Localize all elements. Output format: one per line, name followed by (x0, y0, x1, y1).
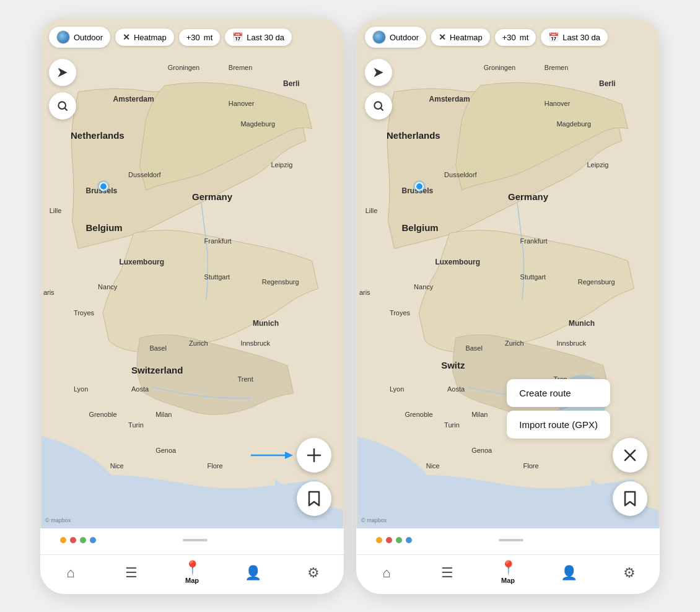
search-button-left[interactable] (49, 92, 76, 120)
svg-marker-1 (58, 68, 68, 77)
svg-marker-5 (285, 452, 293, 459)
nav-map-right[interactable]: 📍 Map (492, 561, 523, 584)
mapbox-attribution-right: © mapbox (361, 517, 387, 523)
dot-green-right (396, 537, 402, 543)
map-chips-right: Outdoor ✕ Heatmap +30 mt 📅 Last 30 da (365, 27, 651, 48)
nav-list-right[interactable]: ☰ (432, 566, 463, 580)
dot-orange-right (376, 537, 382, 543)
nav-home-right[interactable]: ⌂ (371, 566, 402, 580)
chip-heatmap-left[interactable]: ✕ Heatmap (115, 28, 174, 46)
globe-icon (56, 30, 70, 44)
scroll-indicator-right (499, 539, 523, 541)
nav-list-left[interactable]: ☰ (116, 566, 147, 580)
close-icon-right: ✕ (439, 32, 446, 42)
location-button-right[interactable] (365, 59, 392, 86)
svg-point-2 (58, 102, 66, 109)
chip-mt-left[interactable]: +30 mt (179, 29, 221, 46)
bottom-row-left (40, 528, 344, 554)
mapbox-attribution-left: © mapbox (45, 517, 71, 523)
chip-date-left[interactable]: 📅 Last 30 da (225, 28, 292, 46)
svg-marker-9 (374, 68, 383, 77)
calendar-icon: 📅 (232, 32, 243, 42)
nav-map-left[interactable]: 📍 Map (177, 561, 208, 584)
arrow-indicator-left (251, 449, 294, 461)
nav-settings-right[interactable]: ⚙ (614, 566, 645, 580)
list-icon-right: ☰ (441, 566, 453, 580)
bottom-nav-right: ⌂ ☰ 📍 Map 👤 ⚙ (356, 554, 660, 594)
map-icon-right: 📍 (500, 561, 517, 575)
profile-icon-right: 👤 (561, 566, 577, 580)
nav-map-label-right: Map (501, 577, 515, 584)
add-button-left[interactable] (297, 438, 331, 473)
settings-icon: ⚙ (307, 566, 320, 580)
map-right: Outdoor ✕ Heatmap +30 mt 📅 Last 30 da (356, 18, 660, 528)
scroll-indicator-left (183, 539, 208, 541)
chip-outdoor-label-right: Outdoor (390, 33, 419, 42)
bookmark-button-right[interactable] (613, 481, 647, 516)
svg-point-10 (374, 102, 382, 109)
home-icon: ⌂ (66, 566, 74, 580)
location-dot-right (415, 182, 424, 191)
chip-mt-label: mt (204, 33, 212, 42)
chip-mt-right[interactable]: +30 mt (495, 29, 536, 46)
dot-green-left (80, 537, 86, 543)
home-icon-right: ⌂ (382, 566, 390, 580)
nav-map-label-left: Map (185, 577, 199, 584)
chip-heatmap-label-right: Heatmap (450, 33, 483, 42)
map-left: Outdoor ✕ Heatmap +30 mt 📅 Last 30 da (40, 18, 344, 528)
chip-heatmap-right[interactable]: ✕ Heatmap (431, 28, 490, 46)
location-dot-left (99, 182, 108, 191)
chip-mt-badge-right: +30 (502, 33, 516, 42)
context-menu-right: Create route Import route (GPX) (507, 379, 610, 439)
dot-red-right (386, 537, 392, 543)
color-dots-right (366, 532, 422, 548)
close-fab-button-right[interactable] (613, 438, 647, 473)
nav-home-left[interactable]: ⌂ (55, 566, 86, 580)
bookmark-button-left[interactable] (297, 481, 331, 516)
svg-line-3 (65, 108, 68, 111)
settings-icon-right: ⚙ (623, 566, 636, 580)
globe-icon-right (372, 30, 386, 44)
calendar-icon-right: 📅 (548, 32, 559, 42)
chip-outdoor-label: Outdoor (74, 33, 103, 42)
dot-orange-left (60, 537, 66, 543)
create-route-button[interactable]: Create route (507, 379, 610, 407)
profile-icon: 👤 (245, 566, 261, 580)
chip-date-label-right: Last 30 da (562, 33, 600, 42)
location-button-left[interactable] (49, 59, 76, 86)
import-route-button[interactable]: Import route (GPX) (507, 411, 610, 439)
nav-profile-right[interactable]: 👤 (553, 566, 584, 580)
phone-right: Outdoor ✕ Heatmap +30 mt 📅 Last 30 da (356, 18, 660, 594)
nav-settings-left[interactable]: ⚙ (298, 566, 329, 580)
svg-line-11 (381, 108, 383, 111)
chip-mt-label-right: mt (520, 33, 528, 42)
chip-heatmap-label: Heatmap (134, 33, 167, 42)
dot-blue-left (90, 537, 96, 543)
chip-date-right[interactable]: 📅 Last 30 da (541, 28, 608, 46)
chip-date-label: Last 30 da (247, 33, 284, 42)
map-chips-left: Outdoor ✕ Heatmap +30 mt 📅 Last 30 da (49, 27, 335, 48)
phone-left: Outdoor ✕ Heatmap +30 mt 📅 Last 30 da (40, 18, 344, 594)
chip-mt-badge: +30 (186, 33, 200, 42)
search-button-right[interactable] (365, 92, 392, 120)
color-dots-left (50, 532, 106, 548)
dot-blue-right (406, 537, 412, 543)
close-icon: ✕ (123, 32, 130, 42)
chip-outdoor-right[interactable]: Outdoor (365, 27, 426, 48)
bottom-nav-left: ⌂ ☰ 📍 Map 👤 ⚙ (40, 554, 344, 594)
list-icon: ☰ (125, 566, 138, 580)
nav-profile-left[interactable]: 👤 (237, 566, 268, 580)
map-icon: 📍 (184, 561, 201, 575)
bottom-row-right (356, 528, 660, 554)
dot-red-left (70, 537, 76, 543)
chip-outdoor-left[interactable]: Outdoor (49, 27, 110, 48)
